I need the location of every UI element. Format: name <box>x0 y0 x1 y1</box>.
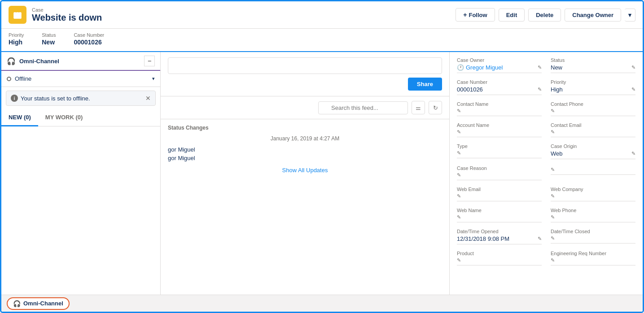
share-button[interactable]: Share <box>408 78 442 91</box>
detail-field-5-2: ✎ <box>551 165 635 180</box>
follow-button[interactable]: + Follow <box>456 8 495 22</box>
detail-value-4-2: Web✎ <box>551 150 635 159</box>
edit-pencil-3-1[interactable]: ✎ <box>457 129 461 135</box>
detail-field-8-2: Date/Time Closed✎ <box>551 229 635 244</box>
detail-label-4-1: Type <box>457 143 542 149</box>
edit-pencil-5-2[interactable]: ✎ <box>551 167 555 173</box>
omni-header: 🎧 Omni-Channel − <box>1 52 160 71</box>
omni-header-left: 🎧 Omni-Channel <box>7 57 59 65</box>
detail-field-0-2: StatusNew✎ <box>551 57 635 73</box>
detail-value-link-0-1[interactable]: 🕐 Gregor Miguel <box>457 64 503 71</box>
omni-channel-title: Omni-Channel <box>19 58 59 65</box>
status-value: New <box>42 39 56 46</box>
show-all-updates-link[interactable]: Show All Updates <box>168 167 442 174</box>
detail-label-9-1: Product <box>457 251 542 256</box>
detail-section: Case Owner🕐 Gregor Miguel✎StatusNew✎Case… <box>457 57 635 265</box>
detail-label-7-2: Web Phone <box>551 208 635 213</box>
detail-label-7-1: Web Name <box>457 208 542 213</box>
offline-banner-left: i Your status is set to offline. <box>11 95 90 102</box>
feed-entry-2: gor Miguel <box>168 155 442 161</box>
compose-input[interactable] <box>168 57 442 74</box>
detail-field-7-2: Web Phone✎ <box>551 208 635 222</box>
detail-value-4-1: ✎ <box>457 150 542 158</box>
edit-pencil-3-2[interactable]: ✎ <box>551 129 555 135</box>
feed-toolbar: 🔍 ⚌ ↻ <box>161 96 449 119</box>
case-number-label: Case Number <box>74 32 104 38</box>
page-title: Website is down <box>32 13 102 23</box>
detail-value-3-1: ✎ <box>457 129 542 137</box>
detail-value-0-1: 🕐 Gregor Miguel✎ <box>457 64 542 73</box>
detail-field-3-2: Contact Email✎ <box>551 122 635 137</box>
omni-minimize-button[interactable]: − <box>144 56 155 66</box>
bottom-bar: 🎧 Omni-Channel <box>1 295 643 312</box>
bottom-omni-channel[interactable]: 🎧 Omni-Channel <box>7 297 70 310</box>
status-chevron-icon[interactable]: ▾ <box>152 76 155 82</box>
priority-value: High <box>9 39 24 46</box>
close-offline-banner-button[interactable]: ✕ <box>145 95 151 102</box>
edit-pencil-7-1[interactable]: ✎ <box>457 214 461 220</box>
detail-value-2-1: ✎ <box>457 108 542 116</box>
clock-icon: 🕐 <box>457 64 464 71</box>
tab-my-work[interactable]: MY WORK (0) <box>38 109 90 126</box>
summary-priority: Priority High <box>9 32 24 46</box>
detail-row-6: Web Email✎Web Company✎ <box>457 187 635 201</box>
detail-field-5-1: Case Reason✎ <box>457 165 542 180</box>
detail-field-3-1: Account Name✎ <box>457 122 542 137</box>
change-owner-button[interactable]: Change Owner <box>565 9 621 22</box>
detail-label-3-2: Contact Email <box>551 122 635 128</box>
detail-label-6-2: Web Company <box>551 187 635 192</box>
search-wrapper: 🔍 <box>318 101 408 114</box>
tab-new[interactable]: NEW (0) <box>1 109 38 126</box>
edit-pencil-8-2[interactable]: ✎ <box>551 235 555 241</box>
edit-pencil-6-1[interactable]: ✎ <box>457 193 461 199</box>
summary-status: Status New <box>42 32 56 46</box>
refresh-button[interactable]: ↻ <box>429 101 442 114</box>
header-title-group: Case Website is down <box>32 7 102 23</box>
detail-label-0-2: Status <box>551 57 635 63</box>
record-type-label: Case <box>32 7 102 13</box>
edit-pencil-2-2[interactable]: ✎ <box>551 108 555 114</box>
detail-label-6-1: Web Email <box>457 187 542 192</box>
edit-pencil-0-2[interactable]: ✎ <box>631 65 635 70</box>
detail-label-3-1: Account Name <box>457 122 542 128</box>
edit-pencil-7-2[interactable]: ✎ <box>551 214 555 220</box>
detail-row-5: Case Reason✎✎ <box>457 165 635 180</box>
detail-label-0-1: Case Owner <box>457 57 542 63</box>
edit-pencil-4-2[interactable]: ✎ <box>631 151 635 156</box>
edit-pencil-0-1[interactable]: ✎ <box>538 65 542 70</box>
edit-pencil-1-1[interactable]: ✎ <box>538 87 542 92</box>
detail-row-7: Web Name✎Web Phone✎ <box>457 208 635 222</box>
detail-row-0: Case Owner🕐 Gregor Miguel✎StatusNew✎ <box>457 57 635 73</box>
detail-field-0-1: Case Owner🕐 Gregor Miguel✎ <box>457 57 542 73</box>
edit-pencil-8-1[interactable]: ✎ <box>538 236 542 242</box>
delete-button[interactable]: Delete <box>528 9 561 22</box>
more-actions-button[interactable]: ▾ <box>625 9 635 22</box>
edit-button[interactable]: Edit <box>499 9 525 22</box>
omni-panel: 🎧 Omni-Channel − Offline ▾ i Your status… <box>1 52 161 295</box>
edit-pencil-6-2[interactable]: ✎ <box>551 193 555 199</box>
detail-label-1-1: Case Number <box>457 79 542 85</box>
detail-label-8-1: Date/Time Opened <box>457 229 542 234</box>
edit-pencil-9-1[interactable]: ✎ <box>457 257 461 263</box>
detail-value-3-2: ✎ <box>551 129 635 137</box>
feed-entry-1: gor Miguel <box>168 146 442 153</box>
priority-label: Priority <box>9 32 24 38</box>
status-changes-header: Status Changes <box>168 125 442 131</box>
edit-pencil-1-2[interactable]: ✎ <box>631 87 635 92</box>
case-record-icon <box>9 6 26 24</box>
bottom-omni-label: Omni-Channel <box>23 300 63 307</box>
edit-pencil-5-1[interactable]: ✎ <box>457 172 461 178</box>
search-feed-input[interactable] <box>318 101 408 114</box>
detail-label-2-2: Contact Phone <box>551 101 635 107</box>
detail-label-1-2: Priority <box>551 79 635 85</box>
detail-label-5-1: Case Reason <box>457 165 542 171</box>
detail-row-4: Type✎Case OriginWeb✎ <box>457 143 635 159</box>
edit-pencil-2-1[interactable]: ✎ <box>457 108 461 114</box>
detail-row-3: Account Name✎Contact Email✎ <box>457 122 635 137</box>
edit-pencil-4-1[interactable]: ✎ <box>457 150 461 156</box>
detail-value-0-2: New✎ <box>551 64 635 73</box>
detail-row-9: Product✎Engineering Req Number✎ <box>457 251 635 265</box>
edit-pencil-9-2[interactable]: ✎ <box>551 257 555 263</box>
offline-banner: i Your status is set to offline. ✕ <box>6 91 156 106</box>
filter-button[interactable]: ⚌ <box>412 101 425 114</box>
